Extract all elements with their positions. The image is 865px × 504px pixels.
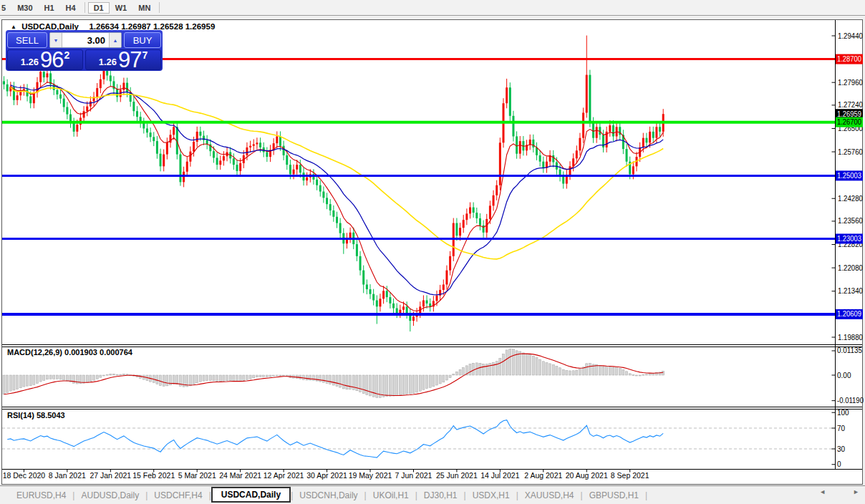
buy-price-pips: 97 bbox=[118, 50, 141, 69]
svg-text:2 Aug 2021: 2 Aug 2021 bbox=[524, 471, 562, 480]
buy-button[interactable]: BUY bbox=[124, 32, 161, 48]
svg-text:5 Mar 2021: 5 Mar 2021 bbox=[178, 471, 216, 480]
tab-scroll-left-button[interactable]: ◄ bbox=[819, 488, 826, 495]
svg-text:19 May 2021: 19 May 2021 bbox=[349, 471, 392, 480]
buy-price-base: 1.26 bbox=[99, 57, 117, 67]
svg-text:1.29440: 1.29440 bbox=[838, 32, 863, 40]
svg-text:1.28700: 1.28700 bbox=[837, 55, 861, 63]
svg-text:0.01135: 0.01135 bbox=[837, 346, 862, 354]
tab-USDCAD-Daily[interactable]: USDCAD,Daily bbox=[211, 487, 291, 503]
svg-text:27 Jan 2021: 27 Jan 2021 bbox=[90, 471, 131, 480]
sell-price-display[interactable]: 1.26 96 2 bbox=[7, 49, 83, 70]
tab-EURUSD-H4[interactable]: EURUSD,H4 bbox=[10, 488, 72, 503]
svg-text:1.21340: 1.21340 bbox=[838, 287, 863, 295]
tab-USDX-H1[interactable]: USDX,H1 bbox=[466, 488, 516, 503]
symbol-tab-bar: EURUSD,H4|AUDUSD,Daily|USDCHF,H4|USDCAD,… bbox=[0, 485, 865, 504]
one-click-trading-panel: SELL ▼ 3.00 ▲ BUY 1.26 96 2 1.26 97 7 bbox=[6, 30, 163, 71]
svg-text:0.00: 0.00 bbox=[837, 372, 851, 379]
svg-text:14 Jul 2021: 14 Jul 2021 bbox=[480, 471, 519, 480]
buy-price-fraction: 7 bbox=[142, 49, 148, 61]
tab-DJ30-H1[interactable]: DJ30,H1 bbox=[417, 488, 464, 503]
collapse-triangle-icon: ▲ bbox=[11, 24, 16, 30]
svg-text:1.25003: 1.25003 bbox=[837, 172, 861, 180]
svg-text:1.24280: 1.24280 bbox=[838, 195, 863, 203]
svg-text:12 Apr 2021: 12 Apr 2021 bbox=[264, 471, 304, 480]
svg-text:20 Aug 2021: 20 Aug 2021 bbox=[566, 471, 608, 480]
sell-price-base: 1.26 bbox=[21, 57, 39, 67]
svg-text:7 Jun 2021: 7 Jun 2021 bbox=[395, 471, 432, 480]
svg-text:1.23560: 1.23560 bbox=[838, 217, 863, 225]
sell-button[interactable]: SELL bbox=[7, 32, 47, 48]
volume-stepper: ▼ 3.00 ▲ bbox=[49, 32, 122, 48]
macd-indicator-label: MACD(12,26,9) 0.001903 0.000764 bbox=[7, 348, 132, 357]
svg-text:1.25760: 1.25760 bbox=[838, 148, 863, 156]
tab-USDCNH-Daily[interactable]: USDCNH,Daily bbox=[293, 488, 364, 503]
chart-canvas[interactable]: 1.294401.279601.272401.265001.257601.242… bbox=[0, 0, 865, 504]
svg-text:30 Apr 2021: 30 Apr 2021 bbox=[306, 471, 347, 480]
tab-GBPUSD-H1[interactable]: GBPUSD,H1 bbox=[583, 488, 645, 503]
svg-text:100: 100 bbox=[837, 409, 849, 417]
svg-text:1.22080: 1.22080 bbox=[838, 264, 863, 272]
svg-text:1.19880: 1.19880 bbox=[838, 334, 863, 341]
volume-increase-button[interactable]: ▲ bbox=[109, 33, 121, 47]
tab-UKOil-H1[interactable]: UKOil,H1 bbox=[367, 488, 415, 503]
svg-text:18 Dec 2020: 18 Dec 2020 bbox=[3, 471, 46, 480]
svg-text:24 Mar 2021: 24 Mar 2021 bbox=[219, 471, 261, 480]
svg-text:1.26700: 1.26700 bbox=[837, 118, 861, 126]
svg-text:8 Sep 2021: 8 Sep 2021 bbox=[611, 471, 649, 480]
buy-price-display[interactable]: 1.26 97 7 bbox=[85, 49, 161, 70]
svg-text:1.27960: 1.27960 bbox=[838, 79, 863, 87]
svg-text:8 Jan 2021: 8 Jan 2021 bbox=[49, 471, 86, 480]
tab-scroll-arrows: ◄ ► bbox=[819, 488, 859, 495]
tab-scroll-right-button[interactable]: ► bbox=[853, 488, 859, 495]
svg-text:30: 30 bbox=[837, 445, 846, 453]
svg-text:70: 70 bbox=[837, 425, 846, 432]
svg-text:1.27240: 1.27240 bbox=[838, 101, 863, 109]
tab-separator: | bbox=[645, 490, 647, 500]
sell-price-fraction: 2 bbox=[64, 49, 70, 61]
volume-decrease-button[interactable]: ▼ bbox=[50, 33, 62, 47]
svg-text:-0.01190: -0.01190 bbox=[837, 397, 864, 404]
tab-USDCHF-H4[interactable]: USDCHF,H4 bbox=[148, 488, 208, 503]
volume-value[interactable]: 3.00 bbox=[62, 33, 109, 47]
svg-text:15 Feb 2021: 15 Feb 2021 bbox=[132, 471, 175, 480]
tab-XAUUSD-H4[interactable]: XAUUSD,H4 bbox=[518, 488, 581, 503]
svg-text:1.26959: 1.26959 bbox=[837, 110, 861, 118]
tab-AUDUSD-Daily[interactable]: AUDUSD,Daily bbox=[74, 488, 145, 503]
svg-text:25 Jun 2021: 25 Jun 2021 bbox=[436, 471, 478, 480]
svg-text:0: 0 bbox=[837, 460, 841, 468]
sell-price-pips: 96 bbox=[40, 50, 63, 69]
rsi-indicator-label: RSI(14) 58.5043 bbox=[7, 411, 65, 420]
svg-text:1.23003: 1.23003 bbox=[837, 235, 861, 243]
svg-text:1.20609: 1.20609 bbox=[837, 310, 861, 318]
